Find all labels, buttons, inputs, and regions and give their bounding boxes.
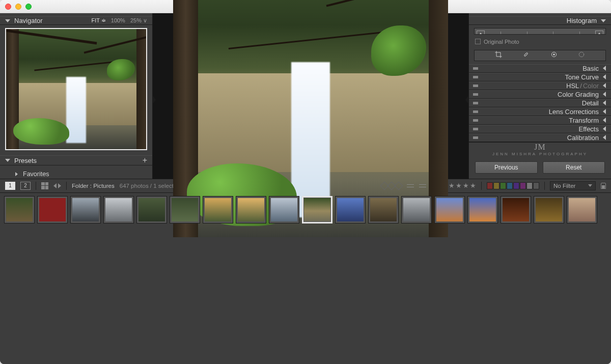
color-swatch[interactable] [500, 182, 506, 189]
chevron-left-icon [603, 135, 606, 140]
zoom-25[interactable]: 25% ∨ [130, 17, 147, 24]
panel-effects[interactable]: Effects [469, 125, 611, 133]
star-icon[interactable]: ★ [456, 182, 462, 189]
original-photo-toggle[interactable]: Original Photo [469, 37, 611, 47]
crop-tool-icon[interactable] [494, 50, 503, 61]
next-photo-icon[interactable] [58, 183, 61, 188]
filmstrip-thumbnail[interactable] [37, 196, 68, 223]
chevron-down-icon [588, 184, 592, 187]
navigator-panel-header[interactable]: Navigator FIT ≑ 100% 25% ∨ [0, 16, 152, 25]
develop-tool-strip [474, 50, 606, 61]
navigator-zoom-controls: FIT ≑ 100% 25% ∨ [91, 17, 147, 24]
filmstrip-thumbnail[interactable] [534, 196, 564, 223]
panel-basic[interactable]: Basic [469, 64, 611, 73]
color-swatch[interactable] [513, 182, 519, 189]
histogram-display[interactable] [474, 28, 606, 35]
chevron-left-icon [603, 100, 606, 105]
presets-panel-header[interactable]: Presets + [0, 155, 152, 165]
svg-point-2 [553, 53, 554, 55]
chevron-left-icon [603, 66, 606, 71]
panel-lens-corrections[interactable]: Lens Corrections [469, 107, 611, 116]
chevron-left-icon [603, 74, 606, 79]
filmstrip-thumbnail[interactable] [335, 196, 366, 223]
panel-hsl-color[interactable]: HSL/Color [469, 81, 611, 90]
previous-reset-row: Previous Reset [469, 156, 611, 179]
color-swatch[interactable] [507, 182, 513, 189]
color-swatch[interactable] [493, 182, 499, 189]
chevron-down-icon [5, 19, 10, 22]
svg-rect-0 [524, 52, 528, 57]
filmstrip-thumbnail[interactable] [236, 196, 266, 223]
filmstrip-thumbnail[interactable] [4, 196, 35, 223]
color-swatch[interactable] [487, 182, 493, 189]
nav-arrows [53, 183, 61, 188]
histogram-header-label: Histogram [567, 17, 597, 24]
star-icon[interactable]: ★ [449, 182, 455, 189]
attribute-filter-icon-2[interactable] [419, 183, 426, 189]
star-icon[interactable]: ★ [463, 182, 469, 189]
right-panel-collapse[interactable] [465, 96, 468, 104]
chevron-left-icon [603, 126, 606, 131]
filmstrip-thumbnail[interactable] [269, 196, 299, 223]
filter-preset-dropdown[interactable]: No Filter [550, 181, 596, 190]
filmstrip-thumbnail[interactable] [302, 196, 332, 223]
filmstrip-thumbnail[interactable] [203, 196, 233, 223]
panel-color-grading[interactable]: Color Grading [469, 90, 611, 99]
histogram-panel-header[interactable]: Histogram [469, 16, 611, 25]
image-canvas-area [153, 13, 468, 179]
workspace: Navigator FIT ≑ 100% 25% ∨ [0, 13, 611, 364]
filmstrip[interactable] [0, 193, 611, 365]
chevron-left-icon [603, 118, 606, 123]
filmstrip-thumbnail[interactable] [401, 196, 432, 223]
previous-button[interactable]: Previous [475, 161, 538, 174]
navigator-header-label: Navigator [14, 17, 43, 24]
flag-filters [381, 183, 402, 189]
filmstrip-thumbnail[interactable] [170, 196, 200, 223]
radial-tool-icon[interactable] [577, 50, 586, 61]
presets-header-label: Presets [14, 157, 37, 164]
healing-tool-icon[interactable] [522, 50, 530, 61]
left-panel-collapse[interactable] [153, 96, 156, 104]
reset-button[interactable]: Reset [543, 161, 605, 174]
filmstrip-thumbnail[interactable] [567, 196, 597, 223]
filmstrip-thumbnail[interactable] [368, 196, 399, 223]
filmstrip-thumbnail[interactable] [103, 196, 134, 223]
panel-calibration[interactable]: Calibration [469, 133, 611, 142]
filmstrip-thumbnail[interactable] [501, 196, 531, 223]
masking-tool-icon[interactable] [550, 50, 558, 61]
zoom-fit[interactable]: FIT ≑ [91, 17, 105, 24]
filmstrip-thumbnail[interactable] [467, 196, 498, 223]
filmstrip-thumbnail[interactable] [70, 196, 101, 223]
panel-detail[interactable]: Detail [469, 99, 611, 107]
right-panel-column: Histogram Or [468, 13, 611, 179]
attribute-filter-icon[interactable] [407, 183, 414, 189]
color-label-filters [487, 182, 539, 189]
panel-tone-curve[interactable]: Tone Curve [469, 73, 611, 81]
add-preset-icon[interactable]: + [143, 156, 147, 165]
svg-point-3 [579, 52, 584, 57]
panel-transform[interactable]: Transform [469, 116, 611, 125]
chevron-right-icon [15, 172, 18, 176]
view-mode-2[interactable]: 2 [20, 182, 31, 190]
navigator-panel-body [0, 25, 152, 155]
color-swatch[interactable] [520, 182, 526, 189]
chevron-down-icon [601, 19, 606, 22]
zoom-100[interactable]: 100% [111, 17, 125, 24]
checkbox-icon[interactable] [475, 39, 481, 44]
filter-lock-icon[interactable] [601, 183, 606, 189]
star-icon[interactable]: ★ [470, 182, 476, 189]
folder-path[interactable]: Folder : Pictures [72, 183, 115, 189]
left-panel-column: Navigator FIT ≑ 100% 25% ∨ [0, 13, 153, 179]
filmstrip-thumbnail[interactable] [434, 196, 465, 223]
color-swatch[interactable] [526, 182, 533, 189]
chevron-left-icon [603, 92, 606, 97]
grid-view-icon[interactable] [41, 182, 48, 189]
color-swatch[interactable] [533, 182, 539, 189]
prev-photo-icon[interactable] [53, 183, 57, 188]
identity-plate: JM JENN MISHRA PHOTOGRAPHY [469, 142, 611, 156]
app-window: Lr Lightroom Catalog-2-2-v10-v11.lrcat -… [0, 0, 611, 364]
navigator-thumbnail[interactable] [5, 28, 147, 150]
view-mode-1[interactable]: 1 [5, 182, 15, 190]
chevron-left-icon [603, 109, 606, 114]
filmstrip-thumbnail[interactable] [136, 196, 167, 223]
